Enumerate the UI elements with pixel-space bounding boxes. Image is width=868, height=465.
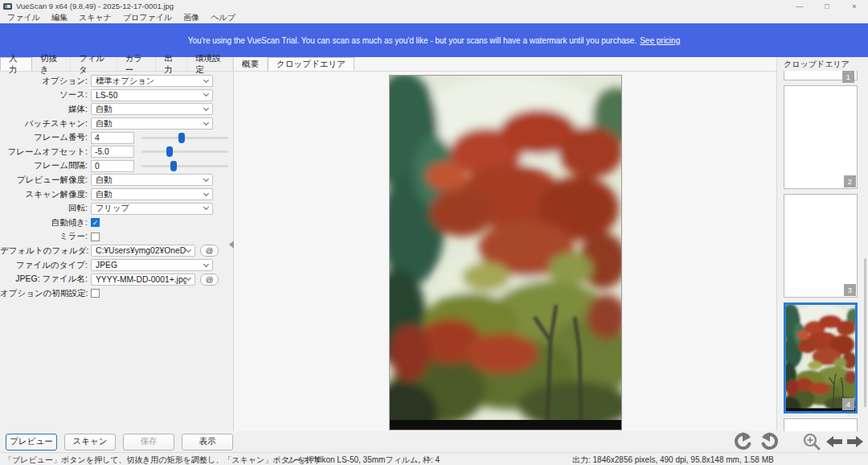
menu-画像[interactable]: 画像 (178, 12, 205, 23)
arrow-left-icon[interactable] (824, 431, 845, 452)
slider-thumb[interactable] (166, 146, 173, 157)
chevron-down-icon (186, 275, 191, 281)
slider-thumb[interactable] (178, 133, 185, 143)
field-control: JPEG (91, 258, 233, 273)
field-control: ✓ (91, 216, 233, 230)
crop-areas-panel: クロップドエリア 1234 (776, 57, 868, 431)
dropdown-2[interactable]: 自動 (91, 103, 213, 115)
tab-切抜き[interactable]: 切抜き (32, 57, 71, 71)
menu-プロファイル[interactable]: プロファイル (117, 12, 178, 23)
preview-tab-クロップドエリア[interactable]: クロップドエリア (268, 57, 354, 71)
field-control (91, 286, 233, 301)
chevron-down-icon (203, 120, 209, 126)
close-button[interactable]: × (841, 0, 868, 12)
field-label: 媒体: (0, 104, 91, 115)
menu-スキャナ[interactable]: スキャナ (73, 12, 117, 23)
app-window: VueScan 9 x64 (9.8.49) - 2025-12-17-0001… (0, 0, 868, 465)
minimize-button[interactable]: — (786, 0, 813, 12)
chevron-down-icon (203, 91, 209, 97)
rotate-right-icon[interactable] (756, 431, 784, 452)
thumbnail-badge: 4 (842, 398, 854, 410)
checkbox-11[interactable] (91, 232, 100, 241)
field-control (91, 230, 233, 245)
thumbnail-4[interactable]: 4 (784, 302, 858, 414)
tab-入力[interactable]: 入力 (0, 57, 32, 71)
field-control: -5.0 (91, 145, 233, 159)
menu-ファイル[interactable]: ファイル (2, 12, 46, 23)
chevron-down-icon (203, 77, 209, 83)
arrow-right-icon[interactable] (845, 431, 866, 452)
settings-tab-bar: 入力切抜きフィルタカラー出力環境設定 (0, 57, 233, 72)
action-bar: プレビュー スキャン 保存 表示 (0, 431, 868, 452)
zoom-in-icon[interactable] (800, 431, 824, 452)
rotate-left-icon[interactable] (729, 431, 756, 452)
thumbnail-2[interactable]: 2 (784, 85, 858, 189)
chevron-down-icon (203, 191, 209, 196)
menu-ヘルプ[interactable]: ヘルプ (205, 12, 241, 23)
slider-thumb[interactable] (170, 161, 177, 171)
number-input-4[interactable]: 4 (91, 132, 134, 144)
field-control: YYYY-MM-DD-0001+.jpg@ (91, 272, 233, 286)
view-button[interactable]: 表示 (182, 434, 233, 451)
field-control: 0 (91, 159, 233, 174)
field-label: ミラー: (0, 231, 91, 242)
combo-14[interactable]: YYYY-MM-DD-0001+.jpg (91, 274, 195, 286)
status-hint: 「プレビュー」ボタンを押して、切抜き用の矩形を調整し、「スキャン」ボタンを押す (4, 455, 321, 465)
tab-環境設定[interactable]: 環境設定 (187, 57, 233, 71)
preview-image[interactable] (389, 75, 622, 430)
field-row-6: フレーム間隔:0 (0, 159, 233, 174)
dropdown-1[interactable]: LS-50 (91, 89, 213, 101)
collapse-panel-icon[interactable] (228, 241, 235, 249)
browse-button-12[interactable]: @ (200, 245, 219, 257)
dropdown-7[interactable]: 自動 (91, 174, 213, 186)
tab-フィルタ[interactable]: フィルタ (71, 57, 117, 71)
field-row-12: デフォルトのフォルダ:C:¥Users¥ymg02¥OneDrive¥@ (0, 244, 233, 258)
dropdown-value: 自動 (96, 118, 204, 130)
thumbnail-badge: 2 (844, 175, 856, 187)
slider-track[interactable] (141, 137, 228, 139)
number-input-5[interactable]: -5.0 (91, 146, 134, 158)
menu-編集[interactable]: 編集 (46, 12, 73, 23)
save-button[interactable]: 保存 (123, 434, 174, 451)
thumbnail-5[interactable] (784, 418, 858, 431)
field-row-11: ミラー: (0, 230, 233, 245)
browse-button-14[interactable]: @ (200, 274, 219, 286)
chevron-down-icon (203, 176, 209, 182)
field-control: LS-50 (91, 88, 233, 103)
field-row-7: プレビュー解像度:自動 (0, 173, 233, 187)
content-area: 入力切抜きフィルタカラー出力環境設定 オプション:標準オプションソース:LS-5… (0, 57, 868, 431)
dropdown-value: 自動 (96, 175, 204, 186)
checkbox-10[interactable]: ✓ (91, 218, 100, 227)
field-label: ソース: (0, 89, 91, 101)
dropdown-3[interactable]: 自動 (91, 117, 213, 130)
see-pricing-link[interactable]: See pricing (640, 36, 680, 45)
slider-track[interactable] (141, 165, 228, 167)
slider-track[interactable] (141, 150, 228, 153)
status-bar: 「プレビュー」ボタンを押して、切抜き用の矩形を調整し、「スキャン」ボタンを押す … (0, 452, 868, 465)
trial-banner-text: You're using the VueScan Trial. You can … (188, 36, 637, 45)
field-row-1: ソース:LS-50 (0, 88, 233, 103)
dropdown-13[interactable]: JPEG (91, 259, 213, 271)
preview-tab-概要[interactable]: 概要 (234, 57, 268, 71)
dropdown-0[interactable]: 標準オプション (91, 75, 213, 87)
status-output: 出力: 1846x2856 pixels, 490 dpi, 95.8x148 … (572, 455, 774, 465)
number-input-6[interactable]: 0 (91, 160, 134, 172)
tab-カラー[interactable]: カラー (117, 57, 156, 71)
field-control: 自動 (91, 173, 233, 187)
scan-button[interactable]: スキャン (64, 434, 116, 451)
field-control: 自動 (91, 102, 233, 117)
status-source: ソース: Nikon LS-50, 35mmフィルム, 枠: 4 (285, 455, 440, 465)
thumbnail-1[interactable]: 1 (784, 71, 858, 80)
dropdown-9[interactable]: フリップ (91, 203, 213, 215)
thumbnail-3[interactable]: 3 (784, 194, 858, 298)
maximize-button[interactable]: □ (813, 0, 841, 12)
preview-button[interactable]: プレビュー (6, 434, 57, 451)
thumbnail-scrollbar[interactable] (864, 258, 866, 407)
dropdown-8[interactable]: 自動 (91, 188, 213, 200)
tab-出力[interactable]: 出力 (156, 57, 187, 71)
field-label: 自動傾き: (0, 217, 91, 228)
dropdown-value: 自動 (96, 189, 204, 200)
checkbox-15[interactable] (91, 289, 100, 298)
field-control: 自動 (91, 117, 233, 131)
combo-12[interactable]: C:¥Users¥ymg02¥OneDrive¥ (91, 245, 195, 257)
